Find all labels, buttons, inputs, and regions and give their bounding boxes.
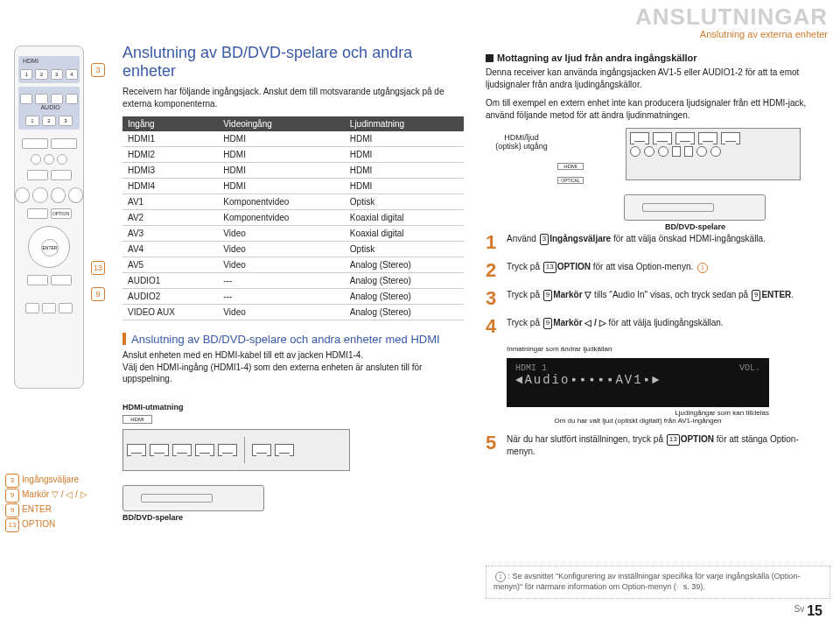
remote-hdmi-1: 1	[20, 69, 32, 80]
page-number: Sv15	[794, 603, 822, 619]
breadcrumb: ANSLUTNINGAR Anslutning av externa enhet…	[635, 4, 828, 39]
th-audio: Ljudinmatning	[345, 116, 464, 131]
bd-player-icon	[122, 485, 264, 511]
th-video: Videoingång	[218, 116, 344, 131]
table-row: VIDEO AUXVideoAnalog (Stereo)	[122, 305, 464, 320]
remote-hdmi-4: 4	[66, 69, 78, 80]
th-input: Ingång	[122, 116, 218, 131]
step-1: 1 Använd 3Ingångsväljare för att välja ö…	[486, 233, 827, 252]
table-row: AUDIO2---Analog (Stereo)	[122, 289, 464, 305]
intro-text: Receivern har följande ingångsjack. Ansl…	[122, 86, 464, 109]
step-4: 4 Tryck på 9Markör ◁ / ▷ för att välja l…	[486, 317, 827, 336]
hdmi-port-icon	[127, 444, 146, 456]
subheading-hdmi: Anslutning av BD/DVD-spelare och andra e…	[122, 333, 464, 346]
osd-post-caption: Ljudingångar som kan tilldelas	[507, 409, 769, 417]
bd-player-icon	[624, 194, 766, 221]
right-p1: Denna receiver kan använda ingångsjacken…	[486, 67, 827, 90]
table-row: HDMI1HDMIHDMI	[122, 131, 464, 147]
section-title: Anslutning av BD/DVD-spelare och andra e…	[122, 44, 464, 81]
remote-enter-button: ENTER	[41, 239, 59, 257]
table-row: AUDIO1---Analog (Stereo)	[122, 273, 464, 289]
step-5: 5 När du har slutfört inställningen, try…	[486, 433, 827, 457]
table-row: HDMI3HDMIHDMI	[122, 163, 464, 179]
fig-optical-label: HDMI/ljud (optisk) utgång	[491, 133, 552, 151]
right-heading: Mottagning av ljud från andra ingångskäl…	[486, 53, 827, 63]
osd-display: HDMI 1VOL. ◄Audio▪▪▪▪▪AV1▪►	[507, 358, 769, 407]
remote-hdmi-2: 2	[35, 69, 47, 80]
step-3: 3 Tryck på 9Markör ▽ tills "Audio In" vi…	[486, 289, 827, 308]
footnote: 1 : Se avsnittet "Konfigurering av instä…	[486, 566, 830, 599]
inputs-table: Ingång Videoingång Ljudinmatning HDMI1HD…	[122, 116, 464, 320]
remote-option-button: OPTION	[51, 208, 72, 219]
note-icon: 1	[697, 263, 708, 273]
step-2: 2 Tryck på 13OPTION för att visa Option-…	[486, 261, 827, 280]
orange-bar-icon	[122, 333, 126, 345]
callout-3: 3	[91, 63, 105, 77]
remote-audio-label: AUDIO	[20, 104, 78, 110]
osd-pre-caption: Inmatningar som ändrar ljudkällan	[507, 345, 827, 353]
remote-illustration: HDMI 1 2 3 4 AUDIO 1 2 3 OPTION	[14, 46, 84, 389]
table-row: HDMI2HDMIHDMI	[122, 147, 464, 163]
remote-legend: 3Ingångsväljare 9Markör ▽ / ◁ / ▷ 9ENTER…	[5, 473, 88, 532]
chapter-title: ANSLUTNINGAR	[635, 4, 828, 31]
right-p2: Om till exempel en extern enhet inte kan…	[486, 97, 827, 121]
callout-9: 9	[91, 287, 105, 301]
table-row: AV2KomponentvideoKoaxial digital	[122, 210, 464, 226]
hdmi-badge: HDMI	[122, 415, 152, 424]
table-row: AV5VideoAnalog (Stereo)	[122, 257, 464, 273]
square-bullet-icon	[486, 54, 494, 62]
hdmi-out-label: HDMI-utmatning	[122, 403, 464, 411]
table-row: AV4VideoOptisk	[122, 242, 464, 257]
table-row: HDMI4HDMIHDMI	[122, 179, 464, 194]
figure-optical: HDMI/ljud (optisk) utgång HDMI OPTICAL B…	[538, 128, 801, 224]
remote-dpad: ENTER	[28, 226, 70, 268]
remote-hdmi-3: 3	[51, 69, 63, 80]
figure-hdmi-out: HDMI-utmatning HDMI BD/DVD-spelare	[122, 403, 464, 522]
table-row: AV3VideoKoaxial digital	[122, 226, 464, 242]
rear-panel-diagram	[122, 429, 350, 471]
paragraph-1: Anslut enheten med en HDMI-kabel till et…	[122, 349, 464, 362]
bd-player-caption: BD/DVD-spelare	[122, 513, 464, 522]
osd-mid-caption: Om du har valt ljud (optiskt digitalt) f…	[507, 417, 769, 425]
table-row: AV1KomponentvideoOptisk	[122, 194, 464, 210]
paragraph-2: Välj den HDMI-ingång (HDMI1-4) som den e…	[122, 362, 464, 385]
remote-hdmi-label: HDMI	[20, 58, 78, 64]
callout-13: 13	[91, 261, 105, 275]
steps-list: 1 Använd 3Ingångsväljare för att välja ö…	[486, 233, 827, 336]
